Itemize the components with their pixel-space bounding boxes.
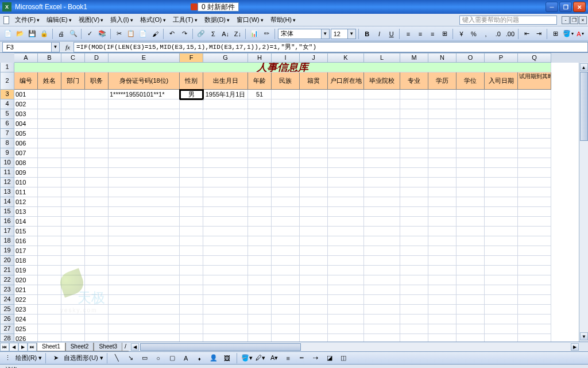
tab-nav-prev[interactable]: ◀: [9, 343, 18, 351]
cell[interactable]: 023: [14, 305, 38, 315]
cell[interactable]: [364, 168, 400, 178]
cell[interactable]: [485, 227, 518, 236]
cell[interactable]: [109, 295, 180, 305]
cell[interactable]: [518, 90, 551, 99]
cell[interactable]: [300, 266, 328, 275]
cell[interactable]: [485, 246, 518, 256]
cell[interactable]: [109, 158, 180, 168]
cell[interactable]: [400, 207, 428, 217]
cell[interactable]: [248, 178, 272, 187]
cell[interactable]: [180, 246, 203, 256]
cell[interactable]: [518, 148, 551, 158]
arrow-style-button[interactable]: ⇢: [310, 352, 322, 364]
cell[interactable]: [364, 207, 400, 217]
header-cell[interactable]: 籍贯: [300, 72, 328, 90]
cell[interactable]: [457, 305, 485, 315]
col-header-D[interactable]: D: [85, 53, 109, 63]
cut-button[interactable]: ✂: [113, 28, 124, 40]
cell[interactable]: [300, 227, 328, 236]
cell[interactable]: [180, 148, 203, 158]
cell[interactable]: [272, 334, 300, 342]
cell[interactable]: [518, 168, 551, 178]
cell[interactable]: [85, 158, 109, 168]
col-header-O[interactable]: O: [457, 53, 485, 63]
cell[interactable]: [428, 217, 457, 227]
cell[interactable]: [400, 334, 428, 342]
tab-nav-last[interactable]: ⏭: [28, 343, 37, 351]
cell[interactable]: 021: [14, 285, 38, 295]
row-header[interactable]: 1: [0, 63, 14, 72]
align-right-button[interactable]: ≡: [427, 28, 438, 40]
cell[interactable]: [203, 246, 248, 256]
cell[interactable]: [272, 275, 300, 285]
col-header-M[interactable]: M: [400, 53, 428, 63]
cell[interactable]: [328, 315, 364, 324]
cell[interactable]: [272, 236, 300, 246]
cell[interactable]: [203, 334, 248, 342]
cell[interactable]: [300, 334, 328, 342]
cell[interactable]: [272, 129, 300, 139]
cell[interactable]: [328, 119, 364, 129]
print-button[interactable]: 🖨: [56, 28, 67, 40]
cell[interactable]: [272, 168, 300, 178]
cell[interactable]: [38, 187, 61, 197]
cell[interactable]: [109, 109, 180, 119]
cell[interactable]: [428, 315, 457, 324]
cell[interactable]: [300, 178, 328, 187]
help-search-box[interactable]: 键入需要帮助的问题: [459, 16, 557, 25]
cell[interactable]: [109, 119, 180, 129]
cell[interactable]: [38, 305, 61, 315]
scroll-left-button[interactable]: ◀: [131, 343, 139, 351]
cell[interactable]: 018: [14, 256, 38, 266]
row-header[interactable]: 3: [0, 90, 14, 99]
cell[interactable]: [400, 256, 428, 266]
cell[interactable]: [203, 139, 248, 148]
cell[interactable]: [328, 158, 364, 168]
row-header[interactable]: 6: [0, 119, 14, 129]
cell[interactable]: [428, 295, 457, 305]
cell[interactable]: [38, 168, 61, 178]
cell[interactable]: [272, 99, 300, 109]
cell[interactable]: [485, 158, 518, 168]
cell[interactable]: [203, 148, 248, 158]
cell[interactable]: 012: [14, 197, 38, 207]
header-cell[interactable]: 年龄: [248, 72, 272, 90]
cell[interactable]: [61, 187, 85, 197]
align-left-button[interactable]: ≡: [403, 28, 413, 40]
cell[interactable]: [400, 109, 428, 119]
cell[interactable]: [428, 236, 457, 246]
spelling-button[interactable]: ✓: [84, 28, 95, 40]
cell[interactable]: [428, 129, 457, 139]
cell[interactable]: [85, 90, 109, 99]
close-button[interactable]: ✕: [573, 2, 586, 12]
doc-minimize-button[interactable]: -: [562, 16, 570, 24]
header-cell[interactable]: 出生月日: [203, 72, 248, 90]
cell[interactable]: [109, 168, 180, 178]
cell[interactable]: [485, 217, 518, 227]
cell[interactable]: [518, 266, 551, 275]
cell[interactable]: [61, 305, 85, 315]
cell[interactable]: [85, 285, 109, 295]
cell[interactable]: [328, 109, 364, 119]
cell[interactable]: [180, 334, 203, 342]
header-cell[interactable]: 专业: [400, 72, 428, 90]
fill-color-draw-button[interactable]: 🪣▾: [241, 352, 253, 364]
cell[interactable]: [38, 139, 61, 148]
cell[interactable]: [85, 148, 109, 158]
cell[interactable]: [518, 256, 551, 266]
cell[interactable]: [485, 168, 518, 178]
cell[interactable]: [364, 217, 400, 227]
cell[interactable]: [180, 305, 203, 315]
cell[interactable]: [38, 109, 61, 119]
row-header[interactable]: 23: [0, 285, 14, 295]
cell[interactable]: [328, 207, 364, 217]
menu-view[interactable]: 视图(V)▾: [75, 14, 107, 25]
cell[interactable]: [38, 148, 61, 158]
3d-button[interactable]: ◫: [338, 352, 349, 364]
cell[interactable]: [428, 246, 457, 256]
cell[interactable]: [272, 139, 300, 148]
cell[interactable]: [518, 324, 551, 334]
sheet-tab-2[interactable]: Sheet2: [65, 343, 94, 351]
cell[interactable]: [272, 227, 300, 236]
cell[interactable]: [203, 158, 248, 168]
